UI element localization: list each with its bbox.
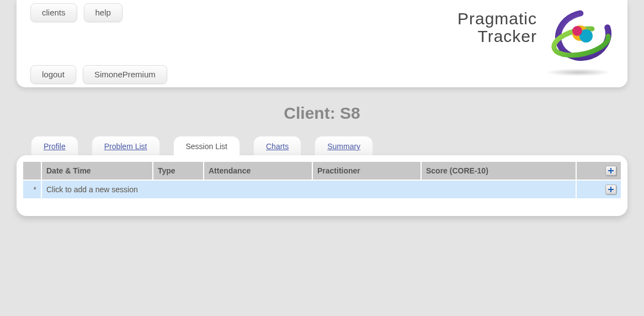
table-row-new[interactable]: * Click to add a new session — [23, 181, 621, 198]
new-row-hint[interactable]: Click to add a new session — [42, 181, 576, 198]
add-session-row-button[interactable] — [605, 185, 616, 194]
new-row-actions — [577, 181, 621, 198]
brand-line2: Tracker — [457, 28, 537, 45]
new-row-marker: * — [23, 181, 41, 198]
tab-bar: Profile Problem List Session List Charts… — [17, 136, 627, 156]
bottom-nav: logout SimonePremium — [30, 65, 167, 84]
swirl-icon — [551, 10, 612, 65]
tab-session-list[interactable]: Session List — [173, 136, 240, 156]
col-type: Type — [153, 162, 203, 180]
col-attendance: Attendance — [204, 162, 312, 180]
nav-logout-button[interactable]: logout — [30, 65, 76, 84]
table-header-row: Date & Time Type Attendance Practitioner… — [23, 162, 621, 180]
col-practitioner: Practitioner — [313, 162, 421, 180]
brand-line1: Pragmatic — [457, 10, 537, 28]
tab-charts[interactable]: Charts — [253, 136, 301, 156]
col-score: Score (CORE-10) — [422, 162, 576, 180]
logo-shadow — [545, 69, 611, 76]
col-datetime: Date & Time — [42, 162, 152, 180]
nav-user-button[interactable]: SimonePremium — [83, 65, 167, 84]
tab-profile[interactable]: Profile — [31, 136, 78, 156]
svg-point-4 — [572, 26, 582, 36]
plus-icon — [608, 167, 614, 174]
session-list-panel: Date & Time Type Attendance Practitioner… — [17, 155, 627, 216]
tab-problem-list[interactable]: Problem List — [92, 136, 160, 156]
col-marker — [23, 162, 41, 180]
top-nav: clients help — [30, 3, 123, 22]
tab-summary[interactable]: Summary — [315, 136, 373, 156]
nav-help-button[interactable]: help — [84, 3, 123, 22]
page-title: Client: S8 — [0, 104, 644, 123]
session-table: Date & Time Type Attendance Practitioner… — [22, 161, 622, 199]
plus-icon — [608, 186, 614, 193]
add-session-header-button[interactable] — [605, 166, 616, 176]
brand-mark — [545, 10, 612, 76]
header-card: clients help logout SimonePremium Pragma… — [17, 0, 627, 87]
brand-text: Pragmatic Tracker — [457, 10, 537, 45]
brand-logo: Pragmatic Tracker — [457, 10, 612, 76]
panel-wrap: Profile Problem List Session List Charts… — [17, 136, 627, 216]
nav-clients-button[interactable]: clients — [30, 3, 77, 22]
col-actions — [577, 162, 621, 180]
